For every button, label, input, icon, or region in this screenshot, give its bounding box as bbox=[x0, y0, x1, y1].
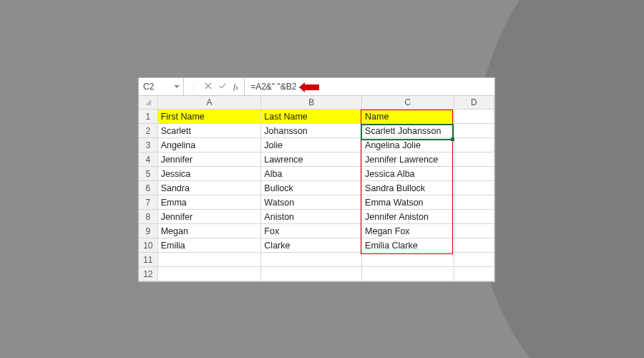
cell[interactable] bbox=[454, 195, 494, 210]
cell[interactable]: First Name bbox=[157, 110, 261, 124]
cell[interactable]: Megan Fox bbox=[362, 224, 454, 238]
cell[interactable]: Jennifer Lawrence bbox=[362, 153, 454, 167]
row-header[interactable]: 9 bbox=[139, 224, 157, 238]
cell[interactable] bbox=[454, 224, 494, 238]
cell[interactable]: Watson bbox=[261, 195, 362, 210]
more-icon[interactable]: ⋮ bbox=[190, 82, 197, 92]
table-row: 9 Megan Fox Megan Fox bbox=[139, 224, 494, 238]
cell[interactable] bbox=[261, 267, 362, 281]
table-row: 8 Jennifer Aniston Jennifer Aniston bbox=[139, 210, 494, 224]
cell[interactable]: Emilia Clarke bbox=[362, 238, 454, 253]
table-row: 4 Jennifer Lawrence Jennifer Lawrence bbox=[139, 153, 494, 167]
cell[interactable]: Angelina bbox=[157, 138, 261, 153]
formula-text: =A2&" "&B2 bbox=[250, 82, 296, 92]
column-header-row: A B C D bbox=[139, 96, 494, 110]
formula-bar: C2 ⋮ fx =A2&" "&B2 bbox=[139, 78, 494, 96]
spreadsheet-window: C2 ⋮ fx =A2&" "&B2 bbox=[138, 77, 495, 282]
row-header[interactable]: 8 bbox=[139, 210, 157, 224]
cell[interactable]: Jolie bbox=[261, 138, 362, 153]
table-row: 3 Angelina Jolie Angelina Jolie bbox=[139, 138, 494, 153]
cell[interactable]: Angelina Jolie bbox=[362, 138, 454, 153]
cell[interactable]: Jennifer Aniston bbox=[362, 210, 454, 224]
row-header[interactable]: 3 bbox=[139, 138, 157, 153]
cell[interactable] bbox=[454, 253, 494, 267]
cell[interactable]: Sandra bbox=[157, 181, 261, 195]
enter-icon[interactable] bbox=[219, 82, 226, 91]
col-header-C[interactable]: C bbox=[362, 96, 454, 110]
cell[interactable]: Alba bbox=[261, 167, 362, 181]
row-header[interactable]: 4 bbox=[139, 153, 157, 167]
row-header[interactable]: 12 bbox=[139, 267, 157, 281]
cell[interactable] bbox=[454, 153, 494, 167]
cell[interactable] bbox=[362, 267, 454, 281]
cell[interactable]: Megan bbox=[157, 224, 261, 238]
cell[interactable] bbox=[454, 210, 494, 224]
select-all-corner[interactable] bbox=[139, 96, 157, 110]
cell-active[interactable]: Scarlett Johansson bbox=[362, 124, 454, 138]
annotation-arrow-icon bbox=[305, 84, 319, 90]
table-row: 1 First Name Last Name Name bbox=[139, 110, 494, 124]
cell[interactable]: Aniston bbox=[261, 210, 362, 224]
row-header[interactable]: 5 bbox=[139, 167, 157, 181]
background-curve bbox=[472, 0, 644, 358]
row-header[interactable]: 11 bbox=[139, 253, 157, 267]
cell[interactable]: Jennifer bbox=[157, 210, 261, 224]
cell[interactable]: Bullock bbox=[261, 181, 362, 195]
cell[interactable]: Lawrence bbox=[261, 153, 362, 167]
cell[interactable]: Jessica Alba bbox=[362, 167, 454, 181]
formula-input[interactable]: =A2&" "&B2 bbox=[245, 82, 494, 92]
cell[interactable] bbox=[454, 267, 494, 281]
table-row: 7 Emma Watson Emma Watson bbox=[139, 195, 494, 210]
cell[interactable]: Name bbox=[362, 110, 454, 124]
cancel-icon[interactable] bbox=[205, 82, 212, 91]
name-box[interactable]: C2 bbox=[139, 78, 184, 95]
cell[interactable] bbox=[362, 253, 454, 267]
cell[interactable] bbox=[454, 238, 494, 253]
spreadsheet-grid[interactable]: A B C D 1 First Name Last Name Name 2 Sc… bbox=[139, 96, 494, 281]
col-header-A[interactable]: A bbox=[157, 96, 261, 110]
table-row: 11 bbox=[139, 253, 494, 267]
fx-icon[interactable]: fx bbox=[233, 82, 238, 91]
col-header-D[interactable]: D bbox=[454, 96, 494, 110]
cell[interactable]: Jennifer bbox=[157, 153, 261, 167]
cell[interactable] bbox=[454, 181, 494, 195]
cell[interactable]: Last Name bbox=[261, 110, 362, 124]
cell[interactable] bbox=[261, 253, 362, 267]
cell[interactable]: Johansson bbox=[261, 124, 362, 138]
cell[interactable]: Emma Watson bbox=[362, 195, 454, 210]
cell[interactable]: Sandra Bullock bbox=[362, 181, 454, 195]
col-header-B[interactable]: B bbox=[261, 96, 362, 110]
cell[interactable]: Clarke bbox=[261, 238, 362, 253]
cell[interactable]: Emilia bbox=[157, 238, 261, 253]
table-row: 12 bbox=[139, 267, 494, 281]
cell[interactable] bbox=[454, 124, 494, 138]
table-row: 5 Jessica Alba Jessica Alba bbox=[139, 167, 494, 181]
name-box-value: C2 bbox=[143, 82, 154, 92]
cell[interactable] bbox=[454, 110, 494, 124]
table-row: 10 Emilia Clarke Emilia Clarke bbox=[139, 238, 494, 253]
cell[interactable] bbox=[157, 267, 261, 281]
cell[interactable] bbox=[157, 253, 261, 267]
cell[interactable]: Fox bbox=[261, 224, 362, 238]
cell[interactable]: Scarlett bbox=[157, 124, 261, 138]
row-header[interactable]: 10 bbox=[139, 238, 157, 253]
table-row: 6 Sandra Bullock Sandra Bullock bbox=[139, 181, 494, 195]
cell[interactable] bbox=[454, 167, 494, 181]
formula-bar-icons: ⋮ fx bbox=[184, 78, 245, 95]
row-header[interactable]: 2 bbox=[139, 124, 157, 138]
row-header[interactable]: 6 bbox=[139, 181, 157, 195]
cell[interactable] bbox=[454, 138, 494, 153]
table-row: 2 Scarlett Johansson Scarlett Johansson bbox=[139, 124, 494, 138]
dropdown-icon[interactable] bbox=[174, 85, 180, 88]
row-header[interactable]: 1 bbox=[139, 110, 157, 124]
cell[interactable]: Emma bbox=[157, 195, 261, 210]
cell[interactable]: Jessica bbox=[157, 167, 261, 181]
row-header[interactable]: 7 bbox=[139, 195, 157, 210]
